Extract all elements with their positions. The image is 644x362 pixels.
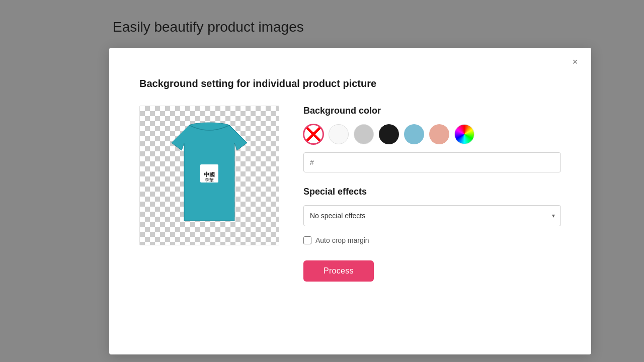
swatch-rainbow[interactable] (454, 124, 474, 144)
auto-crop-checkbox[interactable] (303, 236, 311, 244)
swatch-black[interactable] (379, 124, 399, 144)
settings-panel: Background color Special effects (303, 106, 561, 282)
svg-text:中國: 中國 (204, 171, 215, 177)
process-button[interactable]: Process (303, 260, 374, 282)
special-effects-dropdown[interactable]: No special effects Shadow Reflection (303, 205, 561, 226)
swatch-white[interactable] (329, 124, 349, 144)
svg-text:李華: 李華 (205, 177, 214, 183)
dropdown-wrapper: No special effects Shadow Reflection ▾ (303, 205, 561, 226)
hex-input-wrapper (303, 152, 561, 172)
product-image: 中國 李華 (139, 106, 279, 245)
special-effects-label: Special effects (303, 187, 561, 197)
modal: × Background setting for individual prod… (109, 48, 591, 354)
auto-crop-label[interactable]: Auto crop margin (315, 236, 369, 244)
swatch-lightblue[interactable] (404, 124, 424, 144)
swatch-salmon[interactable] (429, 124, 449, 144)
hex-input[interactable] (303, 152, 561, 172)
swatch-lightgray[interactable] (354, 124, 374, 144)
close-button[interactable]: × (568, 55, 582, 69)
special-effects-section: Special effects No special effects Shado… (303, 187, 561, 226)
background-color-label: Background color (303, 106, 561, 116)
modal-heading: Background setting for individual produc… (139, 78, 561, 89)
color-swatches (303, 124, 561, 144)
auto-crop-row: Auto crop margin (303, 236, 561, 244)
swatch-transparent[interactable] (303, 124, 324, 144)
page-title: Easily beautify product images (113, 19, 304, 35)
